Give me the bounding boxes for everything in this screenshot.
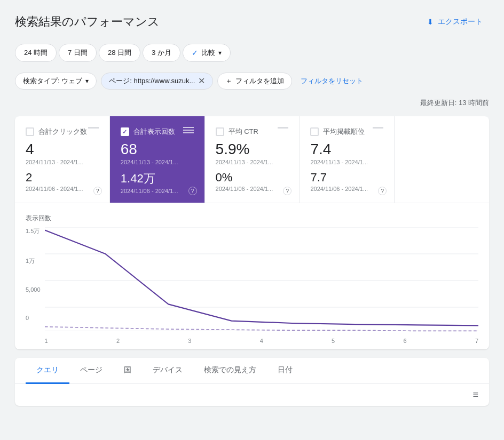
- last-updated-text: 最終更新日: 13 時間前: [0, 96, 504, 112]
- chart-area: 表示回数 1.5万 1万 5,000 0: [15, 203, 489, 349]
- metric-dots-impressions: [183, 127, 194, 133]
- metric-date-clicks: 2024/11/13 - 2024/1...: [26, 159, 99, 165]
- metric-dash-ctr: [278, 127, 288, 129]
- metric-compare-date-clicks: 2024/11/06 - 2024/1...: [26, 186, 99, 192]
- search-type-label: 検索タイプ: ウェブ: [23, 76, 82, 86]
- tabs-bottom-row: ≡: [15, 384, 489, 406]
- x-label-4: 4: [260, 338, 263, 344]
- metric-compare-date-impressions: 2024/11/06 - 2024/1...: [121, 188, 194, 194]
- tab-search-appearance[interactable]: 検索での見え方: [193, 358, 267, 384]
- metric-compare-ctr: 0%: [216, 171, 289, 185]
- metric-checkbox-ctr[interactable]: [216, 127, 224, 136]
- metric-checkbox-position[interactable]: [310, 127, 319, 136]
- metric-card-position[interactable]: 平均掲載順位 7.4 2024/11/13 - 2024/1... 7.7 20…: [300, 116, 395, 203]
- reset-filter-button[interactable]: フィルタをリセット: [296, 73, 367, 89]
- search-type-chevron-icon: ▾: [85, 77, 89, 85]
- metric-compare-date-position: 2024/11/06 - 2024/1...: [310, 186, 383, 192]
- time-filter-7d[interactable]: 7 日間: [59, 44, 97, 62]
- help-icon-clicks[interactable]: ?: [93, 187, 102, 195]
- page-filter-chip[interactable]: ページ: https://www.suzuk... ✕: [101, 73, 213, 90]
- add-filter-button[interactable]: ＋ フィルタを追加: [217, 73, 292, 90]
- main-content: 合計クリック数 4 2024/11/13 - 2024/1... 2 2024/…: [0, 112, 504, 410]
- filter-bar: 検索タイプ: ウェブ ▾ ページ: https://www.suzuk... ✕…: [0, 66, 504, 96]
- y-label-15k: 1.5万: [26, 227, 41, 235]
- metric-label-impressions: 合計表示回数: [133, 127, 175, 137]
- metric-compare-impressions: 1.42万: [121, 171, 194, 187]
- chart-y-axis: 1.5万 1万 5,000 0: [26, 227, 45, 334]
- x-label-2: 2: [116, 338, 120, 344]
- page-header: 検索結果のパフォーマンス ⬇ エクスポート: [0, 0, 504, 39]
- metric-value-clicks: 4: [26, 141, 99, 158]
- metrics-row: 合計クリック数 4 2024/11/13 - 2024/1... 2 2024/…: [15, 116, 489, 203]
- metric-dash-position: [373, 127, 383, 129]
- metric-card-clicks[interactable]: 合計クリック数 4 2024/11/13 - 2024/1... 2 2024/…: [15, 116, 110, 203]
- metric-checkbox-clicks[interactable]: [26, 127, 34, 136]
- time-filter-24h[interactable]: 24 時間: [15, 44, 57, 62]
- metric-dash-clicks: [88, 127, 99, 129]
- metric-compare-date-ctr: 2024/11/06 - 2024/1...: [216, 186, 289, 192]
- metric-checkbox-impressions[interactable]: [121, 127, 129, 136]
- x-label-6: 6: [403, 338, 406, 344]
- metric-card-ctr[interactable]: 平均 CTR 5.9% 2024/11/13 - 2024/1... 0% 20…: [205, 116, 300, 203]
- y-label-0: 0: [26, 315, 41, 321]
- metric-date-impressions: 2024/11/13 - 2024/1...: [121, 159, 194, 165]
- search-type-filter[interactable]: 検索タイプ: ウェブ ▾: [15, 73, 97, 90]
- metric-value-position: 7.4: [310, 141, 383, 158]
- help-icon-ctr[interactable]: ?: [283, 187, 292, 195]
- metric-value-impressions: 68: [121, 141, 194, 158]
- x-label-3: 3: [188, 338, 191, 344]
- metric-compare-position: 7.7: [310, 171, 383, 185]
- page-title: 検索結果のパフォーマンス: [15, 14, 160, 30]
- tab-page[interactable]: ページ: [69, 358, 113, 384]
- metric-card-empty: [395, 116, 489, 203]
- chart-svg-container: 1 2 3 4 5 6 7: [45, 227, 478, 344]
- compare-checkmark-icon: ✓: [192, 49, 198, 57]
- metric-label-ctr: 平均 CTR: [229, 127, 258, 137]
- export-button[interactable]: ⬇ エクスポート: [421, 13, 489, 31]
- chart-svg: [45, 227, 478, 334]
- download-icon: ⬇: [427, 18, 434, 26]
- tab-query[interactable]: クエリ: [26, 358, 69, 384]
- tab-device[interactable]: デバイス: [142, 358, 193, 384]
- time-filter-bar: 24 時間 7 日間 28 日間 3 か月 ✓ 比較 ▾: [0, 39, 504, 66]
- help-icon-impressions[interactable]: ?: [188, 187, 197, 195]
- compare-label: 比較: [201, 48, 215, 58]
- chart-title: 表示回数: [26, 214, 478, 223]
- x-label-5: 5: [332, 338, 335, 344]
- tabs-card: クエリ ページ 国 デバイス 検索での見え方 日付 ≡: [15, 358, 489, 406]
- page-filter-label: ページ: https://www.suzuk...: [109, 76, 195, 86]
- help-icon-position[interactable]: ?: [378, 187, 387, 195]
- metric-date-ctr: 2024/11/13 - 2024/1...: [216, 159, 289, 165]
- page-filter-close-icon[interactable]: ✕: [198, 77, 205, 85]
- x-label-1: 1: [45, 338, 48, 344]
- metrics-chart-card: 合計クリック数 4 2024/11/13 - 2024/1... 2 2024/…: [15, 116, 489, 349]
- metric-compare-clicks: 2: [26, 171, 99, 185]
- tabs-row: クエリ ページ 国 デバイス 検索での見え方 日付: [15, 358, 489, 384]
- metric-label-clicks: 合計クリック数: [38, 127, 87, 137]
- chart-x-axis: 1 2 3 4 5 6 7: [45, 338, 478, 344]
- sort-icon[interactable]: ≡: [472, 389, 478, 401]
- metric-card-impressions[interactable]: 合計表示回数 68 2024/11/13 - 2024/1... 1.42万 2…: [110, 116, 205, 203]
- export-label: エクスポート: [438, 17, 483, 27]
- tab-country[interactable]: 国: [113, 358, 142, 384]
- chevron-down-icon: ▾: [218, 49, 222, 57]
- metric-label-position: 平均掲載順位: [323, 127, 365, 137]
- plus-icon: ＋: [225, 76, 232, 86]
- x-label-7: 7: [475, 338, 478, 344]
- time-filter-28d[interactable]: 28 日間: [99, 44, 140, 62]
- metric-value-ctr: 5.9%: [216, 141, 289, 158]
- y-label-5k: 5,000: [26, 286, 41, 293]
- y-label-10k: 1万: [26, 257, 41, 265]
- add-filter-label: フィルタを追加: [235, 76, 284, 86]
- compare-button[interactable]: ✓ 比較 ▾: [183, 44, 231, 62]
- tab-date[interactable]: 日付: [267, 358, 303, 384]
- time-filter-3m[interactable]: 3 か月: [143, 44, 180, 62]
- metric-date-position: 2024/11/13 - 2024/1...: [310, 159, 383, 165]
